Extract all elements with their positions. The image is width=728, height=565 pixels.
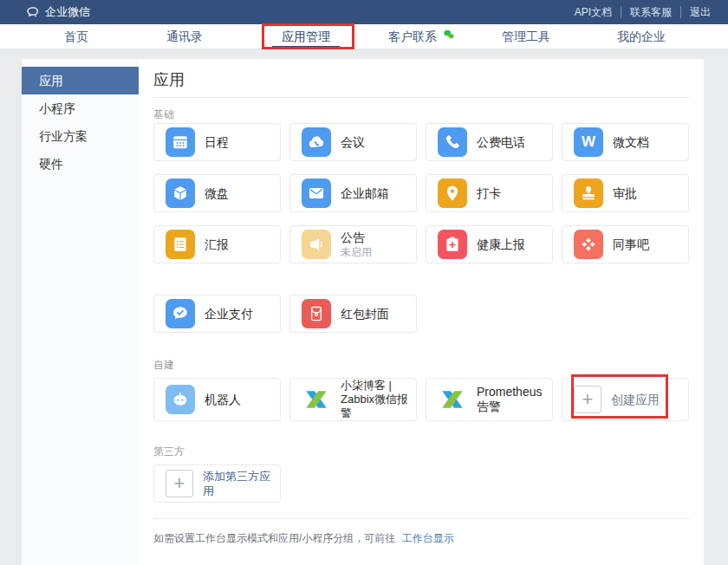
cube-icon xyxy=(166,179,195,208)
sidebar: 应用 小程序 行业方案 硬件 xyxy=(22,59,139,565)
footer-text: 如需设置工作台显示模式和应用/小程序分组，可前往 xyxy=(153,532,395,544)
app-card-check-in[interactable]: 打卡 xyxy=(426,174,553,212)
health-clipboard-icon xyxy=(438,230,467,259)
main-content: 应用 基础 日程 会议 公费电话 W 微 xyxy=(139,59,704,565)
app-card-wedoc[interactable]: W 微文档 xyxy=(562,123,689,161)
workbench-display-link[interactable]: 工作台显示 xyxy=(402,532,454,544)
app-name: 同事吧 xyxy=(613,237,649,252)
app-card-zabbix-alert[interactable]: 小柒博客 | Zabbix微信报警 xyxy=(289,378,417,421)
add-third-party-app-card[interactable]: + 添加第三方应用 xyxy=(153,464,281,503)
app-card-free-call[interactable]: 公费电话 xyxy=(426,123,553,161)
app-name: 机器人 xyxy=(205,393,241,407)
zabbix-icon xyxy=(302,385,331,414)
logout-link[interactable]: 退出 xyxy=(680,6,711,18)
app-name: 会议 xyxy=(341,135,365,150)
brand-logo: 企业微信 xyxy=(26,4,90,20)
app-name: 微文档 xyxy=(613,135,649,150)
app-card-red-packet-cover[interactable]: 红包封面 xyxy=(289,295,417,333)
app-card-mail[interactable]: 企业邮箱 xyxy=(289,174,417,212)
app-card-prometheus-alert[interactable]: Prometheus告警 xyxy=(426,378,553,421)
footer-divider xyxy=(153,518,689,519)
app-name: 汇报 xyxy=(205,237,229,252)
app-name: 红包封面 xyxy=(341,307,389,321)
app-card-report[interactable]: 汇报 xyxy=(153,225,281,263)
app-name: 审批 xyxy=(613,186,637,201)
location-pin-icon xyxy=(438,179,467,208)
basic-apps-grid: 日程 会议 公费电话 W 微文档 微盘 xyxy=(153,123,689,263)
sidebar-item-industry[interactable]: 行业方案 xyxy=(22,122,139,150)
sidebar-item-hardware[interactable]: 硬件 xyxy=(22,150,139,178)
envelope-icon xyxy=(302,179,331,208)
section-label-third-party: 第三方 xyxy=(153,445,689,458)
app-name: 公告 xyxy=(341,231,372,245)
app-name: 企业支付 xyxy=(205,307,253,321)
footer-note: 如需设置工作台显示模式和应用/小程序分组，可前往 工作台显示 xyxy=(153,531,689,546)
contact-support-link[interactable]: 联系客服 xyxy=(621,6,680,18)
wechat-green-icon xyxy=(441,24,456,49)
app-name: 健康上报 xyxy=(477,237,525,252)
plus-icon: + xyxy=(574,386,601,413)
tab-my-company[interactable]: 我的企业 xyxy=(617,24,666,49)
top-bar: 企业微信 API文档 联系客服 退出 xyxy=(0,0,728,24)
calendar-icon xyxy=(166,127,195,157)
stamp-icon xyxy=(574,179,603,208)
report-doc-icon xyxy=(166,230,195,259)
app-card-wedrive[interactable]: 微盘 xyxy=(153,174,281,212)
app-card-colleague-bar[interactable]: 同事吧 xyxy=(562,225,689,263)
section-label-custom: 自建 xyxy=(153,359,689,371)
app-status-disabled: 未启用 xyxy=(341,246,372,259)
brand-name: 企业微信 xyxy=(45,4,90,20)
megaphone-icon xyxy=(302,230,331,259)
app-card-health-report[interactable]: 健康上报 xyxy=(426,225,553,263)
red-packet-icon xyxy=(302,299,331,328)
tab-contacts[interactable]: 通讯录 xyxy=(166,24,203,49)
app-card-announcement[interactable]: 公告 未启用 xyxy=(289,225,417,263)
app-label-group: 公告 未启用 xyxy=(341,231,372,259)
app-card-approval[interactable]: 审批 xyxy=(562,174,689,212)
app-name: 日程 xyxy=(205,135,229,150)
w-letter-icon: W xyxy=(574,127,603,157)
custom-apps-grid: 机器人 小柒博客 | Zabbix微信报警 Prometheus告警 + 创建应… xyxy=(153,378,689,421)
third-party-apps-grid: + 添加第三方应用 xyxy=(153,464,689,503)
app-card-meeting[interactable]: 会议 xyxy=(289,123,417,161)
main-nav: 首页 通讯录 应用管理 客户联系 管理工具 我的企业 xyxy=(0,24,728,49)
app-card-schedule[interactable]: 日程 xyxy=(153,123,281,161)
section-label-basic: 基础 xyxy=(153,108,689,120)
tab-admin-tools[interactable]: 管理工具 xyxy=(502,24,550,49)
create-app-label: 创建应用 xyxy=(611,393,660,407)
tab-home[interactable]: 首页 xyxy=(64,24,88,49)
title-divider xyxy=(153,97,689,98)
app-name: Prometheus告警 xyxy=(477,385,552,414)
topbar-links: API文档 联系客服 退出 xyxy=(566,6,711,18)
app-name: 打卡 xyxy=(477,186,501,201)
app-name: 微盘 xyxy=(205,186,229,201)
sidebar-item-mini-programs[interactable]: 小程序 xyxy=(22,94,139,122)
api-docs-link[interactable]: API文档 xyxy=(566,6,621,18)
app-name: 企业邮箱 xyxy=(341,186,389,201)
pinwheel-icon xyxy=(574,230,603,259)
tab-customer-contact-label: 客户联系 xyxy=(388,24,437,49)
app-name: 小柒博客 | Zabbix微信报警 xyxy=(341,379,416,420)
app-card-robot[interactable]: 机器人 xyxy=(153,378,281,421)
phone-icon xyxy=(438,127,467,157)
page-title: 应用 xyxy=(153,69,689,90)
app-card-enterprise-pay[interactable]: 企业支付 xyxy=(153,295,281,333)
payment-apps-grid: 企业支付 红包封面 xyxy=(153,295,689,333)
chat-bubble-logo-icon xyxy=(26,5,40,19)
add-third-party-label: 添加第三方应用 xyxy=(203,469,280,498)
create-app-card[interactable]: + 创建应用 xyxy=(562,378,689,421)
robot-icon xyxy=(166,385,195,414)
app-name: 公费电话 xyxy=(477,135,525,150)
tab-customer-contact[interactable]: 客户联系 xyxy=(388,24,456,49)
zabbix-icon xyxy=(438,385,467,414)
tab-app-management[interactable]: 应用管理 xyxy=(282,24,330,49)
sidebar-item-apps[interactable]: 应用 xyxy=(22,67,139,94)
cloud-meeting-icon xyxy=(302,127,331,157)
plus-icon: + xyxy=(166,470,193,497)
chat-check-icon xyxy=(166,299,195,328)
